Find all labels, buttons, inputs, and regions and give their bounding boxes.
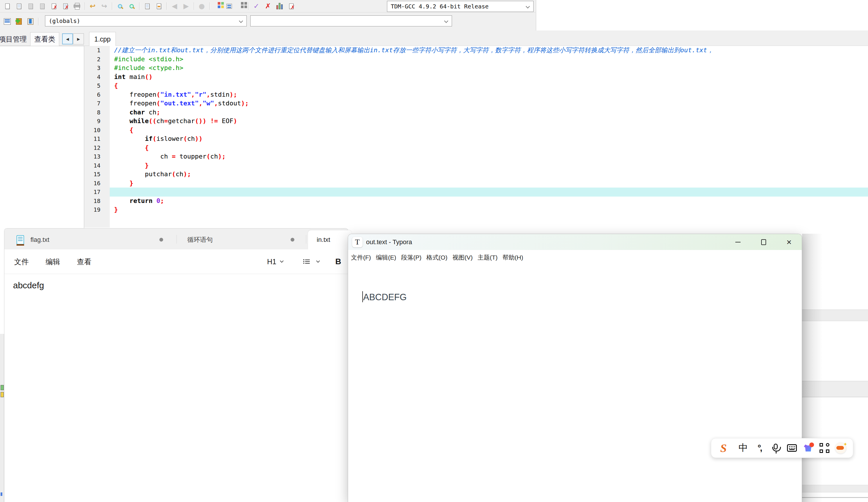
- code-token: EOF: [218, 117, 234, 125]
- notepad-text-area[interactable]: abcdefg: [4, 274, 348, 502]
- find-icon[interactable]: [114, 1, 126, 11]
- goto-symbol-icon[interactable]: [1, 16, 13, 27]
- typora-document-area[interactable]: ABCDEFG: [348, 265, 802, 502]
- tab-scroll-left-button[interactable]: ◀: [62, 33, 73, 44]
- project-manager-panel[interactable]: [0, 46, 84, 228]
- chinese-mode-icon[interactable]: 中: [737, 441, 750, 455]
- globals-dropdown[interactable]: (globals): [45, 16, 247, 27]
- heading-style-dropdown[interactable]: H1: [267, 249, 283, 274]
- code-token: ,: [191, 91, 195, 98]
- code-line: freopen("in.txt","r",stdin);: [110, 90, 868, 99]
- sogou-input-toolbar: S中°,: [711, 438, 853, 458]
- code-token: (: [156, 100, 160, 107]
- devcpp-bottom-panel-edge: [0, 334, 4, 502]
- debug-tab-icon: [1, 392, 4, 397]
- mic-icon[interactable]: [769, 441, 782, 455]
- code-token: ch: [187, 135, 195, 142]
- undo-icon[interactable]: ↩: [87, 1, 99, 11]
- editor-tab-1cpp[interactable]: 1.cpp: [89, 32, 116, 46]
- new-file-icon[interactable]: [1, 1, 13, 11]
- save-all-icon[interactable]: [36, 1, 48, 11]
- keyboard-icon[interactable]: [786, 441, 798, 455]
- devcpp-row2-icons: ✚: [1, 16, 40, 27]
- maximize-button[interactable]: [751, 234, 776, 250]
- typora-menu-6[interactable]: 主题(T): [477, 254, 498, 262]
- sogou-logo-icon[interactable]: S: [717, 441, 730, 455]
- member-dropdown[interactable]: [250, 16, 452, 27]
- compiler-dropdown[interactable]: TDM-GCC 4.9.2 64-bit Release: [387, 1, 534, 12]
- code-token: =: [164, 117, 168, 125]
- typora-title-bar[interactable]: T out.text - Typora ×: [348, 234, 802, 250]
- code-editor[interactable]: //建立一个in.txt和out.txt，分别使用这两个文件进行重定位代替键盘输…: [110, 46, 868, 228]
- tab-scroll-right-button[interactable]: ▶: [73, 33, 84, 44]
- search-tab-icon: [1, 492, 2, 496]
- toolbox-icon[interactable]: [818, 441, 831, 455]
- typora-menu-4[interactable]: 格式(O): [426, 254, 447, 262]
- redo-icon[interactable]: ↪: [99, 1, 110, 11]
- open-file-icon[interactable]: [13, 1, 25, 11]
- code-token: );: [218, 153, 226, 160]
- line-number: 5: [84, 81, 101, 90]
- code-token: freopen: [114, 91, 156, 98]
- gutter-row: 9: [84, 117, 110, 126]
- save-icon[interactable]: [25, 1, 36, 11]
- current-line-highlight: [110, 187, 868, 196]
- code-token: char: [114, 109, 145, 116]
- notepad-menu-2[interactable]: 编辑: [45, 257, 60, 267]
- chevron-down-icon: [239, 19, 243, 23]
- typora-menu-2[interactable]: 编辑(E): [376, 254, 396, 262]
- notepad-file-icon: [17, 235, 24, 245]
- panel-tab-project[interactable]: 项目管理: [0, 32, 29, 46]
- typora-menu-7[interactable]: 帮助(H): [503, 254, 523, 262]
- add-bookmark-icon[interactable]: ✚: [13, 16, 25, 27]
- forward-icon[interactable]: ▶: [180, 1, 192, 11]
- back-icon[interactable]: ◀: [169, 1, 180, 11]
- code-token: ch: [156, 117, 164, 125]
- tab-separator: [306, 235, 306, 244]
- abort-compile-icon[interactable]: [285, 1, 297, 11]
- typora-menu-3[interactable]: 段落(P): [401, 254, 422, 262]
- open-project-icon[interactable]: [223, 1, 235, 11]
- typora-menu-1[interactable]: 文件(F): [351, 254, 371, 262]
- code-token: "w": [203, 100, 214, 107]
- panel-tab-classes[interactable]: 查看类: [30, 32, 59, 46]
- profile-icon[interactable]: [274, 1, 285, 11]
- project-options-icon[interactable]: [235, 1, 247, 11]
- notepad-menu-3[interactable]: 查看: [77, 257, 91, 267]
- code-token: ch: [176, 171, 184, 178]
- goto-line-icon[interactable]: [141, 1, 153, 11]
- notepad-tab-3[interactable]: in.txt: [308, 230, 352, 249]
- new-project-icon[interactable]: [211, 1, 223, 11]
- close-file-icon[interactable]: [48, 1, 60, 11]
- code-line: #include <stdio.h>: [110, 55, 868, 64]
- notepad-text: abcdefg: [13, 280, 44, 290]
- bold-button[interactable]: B: [335, 249, 341, 274]
- line-number: 8: [84, 108, 101, 117]
- typora-app-icon: T: [352, 237, 363, 247]
- line-number: 11: [84, 134, 101, 143]
- list-style-dropdown[interactable]: [303, 249, 319, 274]
- skin-icon[interactable]: [802, 441, 815, 455]
- replace-icon[interactable]: [126, 1, 137, 11]
- code-token: while: [114, 117, 149, 125]
- toggle-bookmark-icon[interactable]: [25, 16, 36, 27]
- punctuation-icon[interactable]: °,: [753, 441, 766, 455]
- code-line: int main(): [110, 73, 868, 82]
- notepad-tab-2[interactable]: 循环语句: [178, 230, 308, 249]
- close-all-icon[interactable]: [60, 1, 71, 11]
- code-token: #include <stdio.h>: [114, 55, 183, 63]
- run-cursor-icon[interactable]: ●: [196, 1, 208, 11]
- unsaved-dot: [159, 238, 163, 242]
- toolbar-separator: [137, 2, 141, 10]
- print-icon[interactable]: [71, 1, 83, 11]
- mascot-icon[interactable]: [834, 441, 847, 455]
- notepad-menu-1[interactable]: 文件: [14, 257, 29, 267]
- notepad-tab-1[interactable]: flag.txt: [8, 230, 177, 249]
- compile-icon[interactable]: ✓: [250, 1, 262, 11]
- bookmark-icon[interactable]: [153, 1, 165, 11]
- stop-icon[interactable]: ✗: [262, 1, 274, 11]
- gutter-row: 2: [84, 55, 110, 64]
- typora-menu-5[interactable]: 视图(V): [452, 254, 473, 262]
- close-button[interactable]: ×: [776, 234, 802, 250]
- minimize-button[interactable]: [725, 234, 751, 250]
